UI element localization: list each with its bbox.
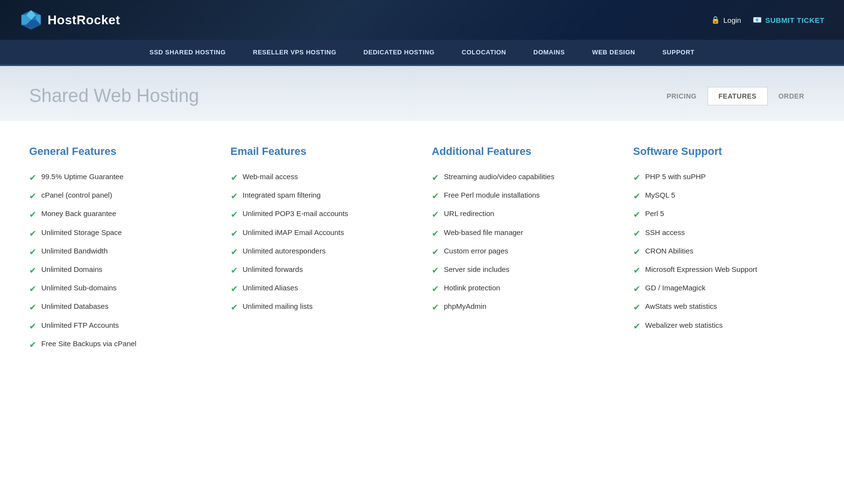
check-icon: ✔ <box>633 265 641 277</box>
list-item: ✔PHP 5 with suPHP <box>633 171 815 184</box>
list-item: ✔SSH access <box>633 227 815 240</box>
check-icon: ✔ <box>633 302 641 314</box>
check-icon: ✔ <box>633 228 641 240</box>
logo-icon <box>19 8 43 32</box>
check-icon: ✔ <box>231 228 238 240</box>
nav-reseller-vps[interactable]: RESELLER VPS HOSTING <box>239 40 350 65</box>
nav-web-design[interactable]: WEB DESIGN <box>578 40 649 65</box>
check-icon: ✔ <box>29 209 36 221</box>
check-icon: ✔ <box>432 228 439 240</box>
list-item: ✔Unlimited FTP Accounts <box>29 320 211 333</box>
nav-domains[interactable]: DOMAINS <box>520 40 578 65</box>
check-icon: ✔ <box>432 209 439 221</box>
general-features-heading: General Features <box>29 145 211 158</box>
general-features-list: ✔99.5% Uptime Guarantee ✔cPanel (control… <box>29 171 211 351</box>
email-features-heading: Email Features <box>231 145 413 158</box>
email-features-list: ✔Web-mail access ✔Integrated spam filter… <box>231 171 413 314</box>
check-icon: ✔ <box>633 190 641 202</box>
check-icon: ✔ <box>29 320 36 333</box>
software-features-column: Software Support ✔PHP 5 with suPHP ✔MySQ… <box>633 145 815 351</box>
tab-pricing[interactable]: PRICING <box>656 87 708 105</box>
list-item: ✔Unlimited forwards <box>231 264 413 277</box>
list-item: ✔Hotlink protection <box>432 283 614 295</box>
email-features-column: Email Features ✔Web-mail access ✔Integra… <box>231 145 413 351</box>
check-icon: ✔ <box>231 172 238 184</box>
site-header: HostRocket 🔒 Login 📧 SUBMIT TICKET <box>0 0 844 40</box>
general-features-column: General Features ✔99.5% Uptime Guarantee… <box>29 145 211 351</box>
list-item: ✔Web-mail access <box>231 171 413 184</box>
list-item: ✔Unlimited Aliases <box>231 283 413 295</box>
additional-features-list: ✔Streaming audio/video capabilities ✔Fre… <box>432 171 614 314</box>
software-features-heading: Software Support <box>633 145 815 158</box>
list-item: ✔URL redirection <box>432 208 614 221</box>
login-button[interactable]: 🔒 Login <box>711 16 741 24</box>
list-item: ✔Unlimited Storage Space <box>29 227 211 240</box>
nav-dedicated[interactable]: DEDICATED HOSTING <box>350 40 448 65</box>
list-item: ✔Perl 5 <box>633 208 815 221</box>
list-item: ✔Unlimited iMAP Email Accounts <box>231 227 413 240</box>
list-item: ✔99.5% Uptime Guarantee <box>29 171 211 184</box>
nav-colocation[interactable]: COLOCATION <box>448 40 520 65</box>
list-item: ✔Microsoft Expression Web Support <box>633 264 815 277</box>
list-item: ✔Free Site Backups via cPanel <box>29 338 211 351</box>
features-grid: General Features ✔99.5% Uptime Guarantee… <box>29 145 815 351</box>
check-icon: ✔ <box>29 302 36 314</box>
nav-support[interactable]: SUPPORT <box>649 40 708 65</box>
submit-ticket-button[interactable]: 📧 SUBMIT TICKET <box>753 16 825 24</box>
check-icon: ✔ <box>432 190 439 202</box>
list-item: ✔CRON Abilities <box>633 246 815 258</box>
check-icon: ✔ <box>231 209 238 221</box>
list-item: ✔Free Perl module installations <box>432 190 614 202</box>
check-icon: ✔ <box>432 246 439 258</box>
list-item: ✔Integrated spam filtering <box>231 190 413 202</box>
check-icon: ✔ <box>633 246 641 258</box>
page-tabs: PRICING FEATURES ORDER <box>656 87 815 105</box>
list-item: ✔AwStats web statistics <box>633 301 815 314</box>
tab-order[interactable]: ORDER <box>768 87 815 105</box>
list-item: ✔Unlimited Bandwidth <box>29 246 211 258</box>
check-icon: ✔ <box>29 246 36 258</box>
ticket-icon: 📧 <box>753 16 762 24</box>
check-icon: ✔ <box>29 172 36 184</box>
logo-text: HostRocket <box>48 13 120 28</box>
check-icon: ✔ <box>231 246 238 258</box>
check-icon: ✔ <box>633 320 641 333</box>
nav-ssd-shared[interactable]: SSD SHARED HOSTING <box>136 40 239 65</box>
check-icon: ✔ <box>231 190 238 202</box>
additional-features-heading: Additional Features <box>432 145 614 158</box>
list-item: ✔phpMyAdmin <box>432 301 614 314</box>
check-icon: ✔ <box>231 302 238 314</box>
list-item: ✔Unlimited mailing lists <box>231 301 413 314</box>
list-item: ✔MySQL 5 <box>633 190 815 202</box>
main-content: General Features ✔99.5% Uptime Guarantee… <box>0 121 844 375</box>
check-icon: ✔ <box>231 283 238 295</box>
list-item: ✔Webalizer web statistics <box>633 320 815 333</box>
page-title: Shared Web Hosting <box>29 85 199 106</box>
additional-features-column: Additional Features ✔Streaming audio/vid… <box>432 145 614 351</box>
check-icon: ✔ <box>29 265 36 277</box>
list-item: ✔Unlimited autoresponders <box>231 246 413 258</box>
check-icon: ✔ <box>29 190 36 202</box>
list-item: ✔Unlimited Databases <box>29 301 211 314</box>
software-features-list: ✔PHP 5 with suPHP ✔MySQL 5 ✔Perl 5 ✔SSH … <box>633 171 815 333</box>
check-icon: ✔ <box>432 283 439 295</box>
check-icon: ✔ <box>633 283 641 295</box>
check-icon: ✔ <box>633 209 641 221</box>
check-icon: ✔ <box>29 228 36 240</box>
logo-area: HostRocket <box>19 8 120 32</box>
lock-icon: 🔒 <box>711 16 720 24</box>
list-item: ✔Money Back guarantee <box>29 208 211 221</box>
list-item: ✔GD / ImageMagick <box>633 283 815 295</box>
tab-features[interactable]: FEATURES <box>708 87 768 105</box>
list-item: ✔Unlimited POP3 E-mail accounts <box>231 208 413 221</box>
page-header: Shared Web Hosting PRICING FEATURES ORDE… <box>0 66 844 121</box>
list-item: ✔Server side includes <box>432 264 614 277</box>
list-item: ✔Web-based file manager <box>432 227 614 240</box>
check-icon: ✔ <box>633 172 641 184</box>
check-icon: ✔ <box>29 283 36 295</box>
list-item: ✔Unlimited Domains <box>29 264 211 277</box>
check-icon: ✔ <box>231 265 238 277</box>
list-item: ✔Streaming audio/video capabilities <box>432 171 614 184</box>
check-icon: ✔ <box>29 339 36 351</box>
check-icon: ✔ <box>432 172 439 184</box>
